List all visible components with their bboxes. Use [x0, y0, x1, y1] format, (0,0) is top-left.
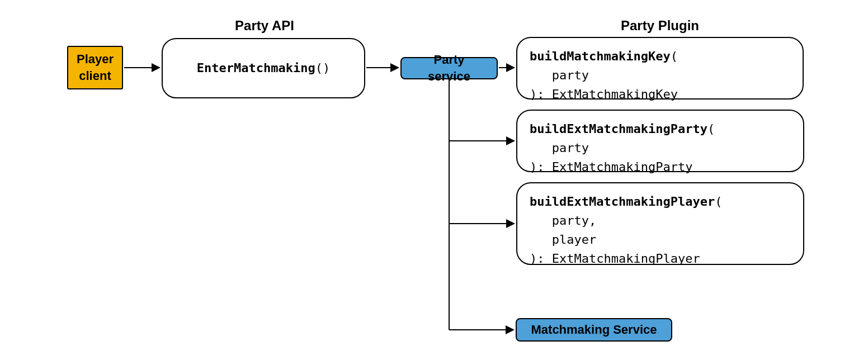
enter-matchmaking-box: EnterMatchmaking()	[162, 38, 365, 98]
label-party-plugin: Party Plugin	[515, 18, 805, 34]
plugin-build-matchmaking-key: buildMatchmakingKey( party ): ExtMatchma…	[516, 37, 804, 100]
plugin2-name: buildExtMatchmakingParty	[530, 122, 707, 136]
plugin-build-ext-matchmaking-party: buildExtMatchmakingParty( party ): ExtMa…	[516, 110, 804, 172]
matchmaking-service-box: Matchmaking Service	[516, 318, 672, 342]
enter-matchmaking-name: EnterMatchmaking	[197, 61, 315, 75]
plugin1-name: buildMatchmakingKey	[530, 49, 671, 63]
label-party-api: Party API	[161, 18, 368, 34]
plugin3-name: buildExtMatchmakingPlayer	[530, 195, 715, 209]
party-service-box: Party service	[400, 57, 498, 79]
enter-matchmaking-parens: ()	[315, 61, 331, 75]
player-client-box: Player client	[67, 46, 123, 89]
plugin-build-ext-matchmaking-player: buildExtMatchmakingPlayer( party, player…	[516, 182, 804, 265]
